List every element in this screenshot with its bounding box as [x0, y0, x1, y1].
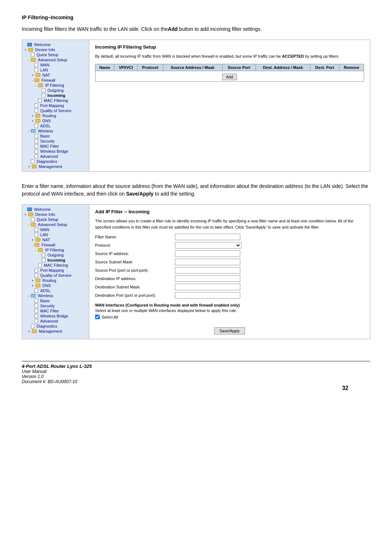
sidebar-item[interactable]: ADSL	[22, 123, 89, 128]
dst-mask-row: Destination Subnet Mask:	[95, 284, 364, 290]
select-all-checkbox[interactable]	[95, 315, 100, 319]
sidebar-item[interactable]: Incoming	[22, 93, 89, 98]
sidebar-item[interactable]: Quality of Service	[22, 108, 89, 113]
sidebar-item[interactable]: -IP Filtering	[22, 247, 89, 253]
sidebar-item[interactable]: MAC Filtering	[22, 98, 89, 103]
sidebar-item-label: Incoming	[48, 93, 65, 98]
sidebar-item[interactable]: +DNS	[22, 118, 89, 123]
filter-name-row: Filter Name:	[95, 234, 364, 240]
sidebar-item[interactable]: Quality of Service	[22, 273, 89, 278]
add-button-1[interactable]: Add	[222, 74, 237, 80]
sidebar-item-label: Advanced	[40, 319, 58, 323]
sidebar-item-label: Diagnostics	[37, 159, 57, 164]
sidebar-item[interactable]: -Advanced Setup	[22, 57, 89, 62]
sidebar-item[interactable]: +NAT	[22, 237, 89, 242]
src-ip-input[interactable]	[175, 250, 240, 257]
sidebar-item[interactable]: +NAT	[22, 73, 89, 78]
sidebar-item[interactable]: Basic	[22, 298, 89, 303]
sidebar-item-label: Advanced Setup	[38, 58, 67, 62]
sidebar-item[interactable]: MAC Filter	[22, 308, 89, 313]
sidebar-item[interactable]: Advanced	[22, 154, 89, 159]
sidebar-item[interactable]: -Advanced Setup	[22, 222, 89, 227]
sidebar-item[interactable]: Welcome	[22, 42, 89, 47]
sidebar-item[interactable]: +Routing	[22, 278, 89, 283]
sidebar-item[interactable]: Diagnostics	[22, 159, 89, 164]
sidebar-item[interactable]: Diagnostics	[22, 324, 89, 329]
save-apply-button[interactable]: Save/Apply	[214, 327, 245, 335]
sidebar-item[interactable]: LAN	[22, 67, 89, 73]
sidebar-item[interactable]: Wireless Bridge	[22, 313, 89, 319]
sidebar-item[interactable]: -Firewall	[22, 78, 89, 83]
page-icon	[34, 314, 38, 318]
sidebar-item[interactable]: Port Mapping	[22, 103, 89, 108]
sidebar-item[interactable]: -IP Filtering	[22, 83, 89, 88]
page-icon	[42, 258, 45, 262]
sidebar-item-label: Quick Setup	[37, 217, 58, 222]
sidebar-item[interactable]: LAN	[22, 232, 89, 237]
sidebar-item-label: Security	[40, 304, 55, 308]
src-mask-input[interactable]	[175, 259, 240, 265]
page-icon	[38, 98, 42, 103]
src-port-input[interactable]	[175, 267, 240, 274]
sidebar-item-label: DNS	[42, 283, 51, 288]
sidebar-item[interactable]: WAN	[22, 62, 89, 67]
sidebar-item[interactable]: -Firewall	[22, 242, 89, 247]
folder-icon	[32, 165, 37, 168]
sidebar-item[interactable]: Quick Setup	[22, 217, 89, 222]
col-vpivci: VPI/VCI	[114, 64, 138, 71]
sidebar-item[interactable]: -Wireless	[22, 293, 89, 298]
folder-icon	[34, 78, 39, 82]
filter-name-input[interactable]	[175, 234, 240, 240]
sidebar-item-label: MAC Filter	[40, 309, 59, 313]
sidebar-1: Welcome+Device Info Quick Setup-Advanced…	[22, 40, 89, 171]
sidebar-item[interactable]: Security	[22, 139, 89, 144]
sidebar-item-label: NAT	[42, 238, 50, 242]
sidebar-item[interactable]: +Management	[22, 164, 89, 169]
page-icon	[31, 53, 34, 57]
folder-icon	[32, 329, 37, 333]
sidebar-item[interactable]: Security	[22, 303, 89, 308]
sidebar-item-label: Quality of Service	[40, 108, 72, 113]
page-icon	[34, 68, 38, 72]
wan-sub: Select at least one or multiple WAN inte…	[95, 308, 364, 313]
dst-ip-label: Destination IP address:	[95, 276, 175, 281]
dst-mask-input[interactable]	[175, 284, 240, 290]
sidebar-item[interactable]: Wireless Bridge	[22, 149, 89, 154]
protocol-select[interactable]: TCP UDP ICMP ALL	[175, 242, 241, 249]
dst-ip-input[interactable]	[175, 275, 240, 282]
folder-icon	[36, 238, 40, 242]
dst-port-input[interactable]	[175, 292, 240, 299]
sidebar-item[interactable]: MAC Filtering	[22, 263, 89, 268]
col-source-addr: Source Address / Mask	[163, 64, 222, 71]
sidebar-item[interactable]: Basic	[22, 134, 89, 139]
sidebar-item[interactable]: +Device Info	[22, 47, 89, 52]
sidebar-item[interactable]: -Wireless	[22, 128, 89, 134]
page-icon	[34, 108, 38, 113]
sidebar-item[interactable]: Outgoing	[22, 88, 89, 93]
sidebar-item[interactable]: Outgoing	[22, 253, 89, 258]
sidebar-item[interactable]: +Management	[22, 329, 89, 334]
sidebar-2: Welcome+Device Info Quick Setup-Advanced…	[22, 205, 89, 339]
wan-section: WAN Interfaces (Configured in Routing mo…	[95, 303, 364, 319]
sidebar-item[interactable]: +Routing	[22, 113, 89, 118]
col-dest-addr: Dest. Address / Mask	[256, 64, 310, 71]
folder-icon	[28, 48, 33, 52]
folder-icon	[31, 58, 36, 62]
sidebar-item[interactable]: Quick Setup	[22, 52, 89, 57]
sidebar-item[interactable]: Incoming	[22, 258, 89, 263]
protocol-label: Protocol:	[95, 243, 175, 247]
page-icon	[34, 299, 38, 303]
sidebar-item[interactable]: Welcome	[22, 207, 89, 212]
sidebar-item[interactable]: +DNS	[22, 283, 89, 288]
sidebar-item[interactable]: WAN	[22, 227, 89, 232]
page-icon	[34, 288, 38, 293]
sidebar-item-label: Management	[39, 329, 62, 333]
sidebar-item[interactable]: Advanced	[22, 319, 89, 324]
sidebar-item[interactable]: +Device Info	[22, 212, 89, 217]
sidebar-item-label: LAN	[40, 233, 48, 237]
sidebar-item-label: Outgoing	[48, 253, 64, 257]
sidebar-item[interactable]: ADSL	[22, 288, 89, 293]
sidebar-item[interactable]: Port Mapping	[22, 268, 89, 273]
panel-2: Welcome+Device Info Quick Setup-Advanced…	[22, 204, 370, 339]
sidebar-item[interactable]: MAC Filter	[22, 144, 89, 149]
